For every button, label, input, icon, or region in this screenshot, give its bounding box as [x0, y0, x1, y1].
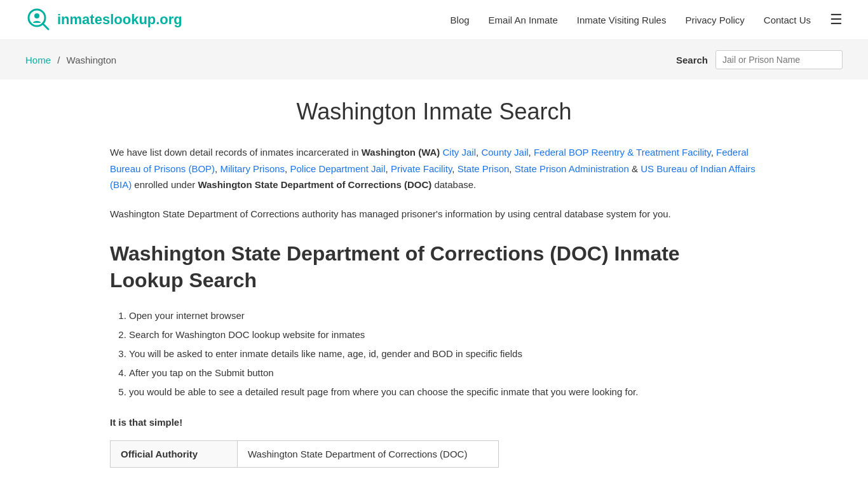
doc-bold: Washington State Department of Correctio…	[198, 179, 431, 190]
logo-text: inmateslookup.org	[57, 11, 182, 28]
sub-paragraph: Washington State Department of Correctio…	[110, 206, 758, 222]
link-state-prison-admin[interactable]: State Prison Administration	[515, 163, 629, 174]
link-city-jail[interactable]: City Jail	[443, 147, 477, 158]
logo-icon	[25, 6, 52, 33]
svg-point-1	[34, 13, 39, 18]
nav-contact-us[interactable]: Contact Us	[764, 15, 811, 25]
search-input[interactable]	[715, 50, 843, 69]
logo-text-black: inmates	[57, 11, 110, 27]
search-area: Search	[676, 50, 843, 69]
breadcrumb-home[interactable]: Home	[25, 55, 51, 65]
nav-email-inmate[interactable]: Email An Inmate	[489, 15, 558, 25]
database-text: database.	[431, 179, 476, 190]
enrolled-text: enrolled under	[134, 179, 198, 190]
nav-privacy-policy[interactable]: Privacy Policy	[685, 15, 744, 25]
step-1: Open your internet browser	[129, 306, 758, 325]
hamburger-icon[interactable]: ☰	[830, 11, 843, 28]
link-private-facility[interactable]: Private Facility	[391, 163, 452, 174]
table-row: Official Authority Washington State Depa…	[111, 441, 499, 468]
step-5: you would be able to see a detailed resu…	[129, 383, 758, 402]
link-state-prison[interactable]: State Prison	[458, 163, 510, 174]
logo[interactable]: inmateslookup.org	[25, 6, 182, 33]
link-military-prisons[interactable]: Military Prisons	[220, 163, 285, 174]
main-content: Washington Inmate Search We have list do…	[85, 79, 783, 487]
section-title: Washington State Department of Correctio…	[110, 241, 758, 294]
step-2: Search for Washington DOC lookup website…	[129, 325, 758, 344]
svg-line-2	[43, 24, 48, 29]
search-label: Search	[676, 55, 708, 65]
nav-blog[interactable]: Blog	[451, 15, 470, 25]
nav-visiting-rules[interactable]: Inmate Visiting Rules	[577, 15, 667, 25]
link-county-jail[interactable]: County Jail	[481, 147, 528, 158]
intro-text-start: We have list down detail records of inma…	[110, 147, 362, 158]
link-federal-bop-reentry[interactable]: Federal BOP Reentry & Treatment Facility	[534, 147, 711, 158]
breadcrumb-separator: /	[57, 55, 60, 65]
step-4: After you tap on the Submit button	[129, 363, 758, 383]
info-table: Official Authority Washington State Depa…	[110, 440, 499, 468]
steps-list: Open your internet browser Search for Wa…	[129, 306, 758, 402]
intro-paragraph: We have list down detail records of inma…	[110, 144, 758, 193]
table-cell-doc: Washington State Department of Correctio…	[238, 441, 499, 468]
state-bold: Washington (WA)	[362, 147, 440, 158]
breadcrumb-current: Washington	[67, 55, 117, 65]
simple-label: It is that simple!	[110, 417, 758, 428]
page-title: Washington Inmate Search	[110, 98, 758, 125]
breadcrumb: Home / Washington	[25, 55, 116, 65]
link-police-dept-jail[interactable]: Police Department Jail	[290, 163, 385, 174]
table-header-official-authority: Official Authority	[111, 441, 238, 468]
main-nav: Blog Email An Inmate Inmate Visiting Rul…	[451, 11, 843, 28]
logo-text-teal: lookup.org	[110, 11, 182, 27]
step-3: You will be asked to enter inmate detail…	[129, 344, 758, 363]
breadcrumb-bar: Home / Washington Search	[0, 40, 868, 79]
